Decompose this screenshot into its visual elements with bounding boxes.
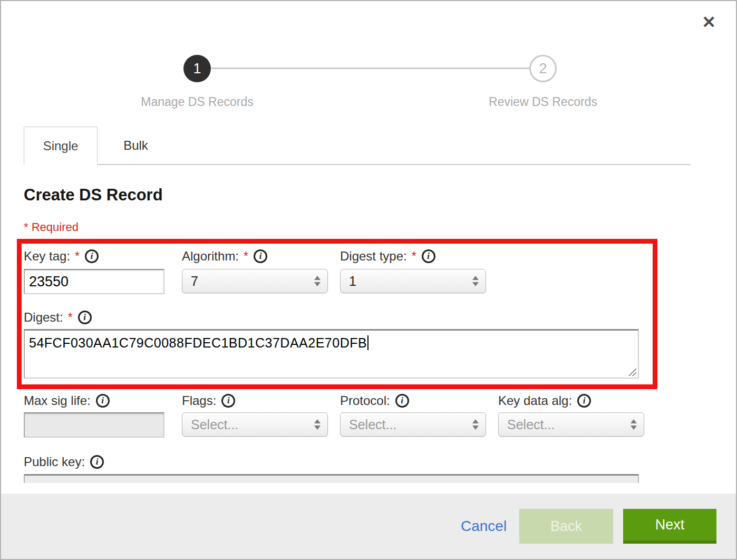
- page-title: Create DS Record: [24, 186, 163, 205]
- digest-label: Digest: * i: [24, 310, 92, 325]
- key-data-alg-label-text: Key data alg:: [498, 393, 572, 408]
- max-sig-life-input[interactable]: [24, 412, 164, 438]
- select-arrows-icon: [472, 419, 479, 430]
- key-tag-label: Key tag: * i: [24, 249, 99, 264]
- info-icon[interactable]: i: [395, 394, 409, 408]
- digest-textarea[interactable]: 54FCF030AA1C79C0088FDEC1BD1C37DAA2E70DFB: [24, 329, 639, 379]
- protocol-select-value: Select...: [349, 417, 396, 432]
- info-icon[interactable]: i: [85, 249, 99, 263]
- flags-label-text: Flags:: [182, 393, 216, 408]
- info-icon[interactable]: i: [90, 455, 104, 469]
- next-button[interactable]: Next: [623, 509, 716, 544]
- info-icon[interactable]: i: [221, 394, 235, 408]
- required-asterisk: *: [68, 311, 73, 325]
- algorithm-select[interactable]: 7: [182, 269, 328, 293]
- cancel-button[interactable]: Cancel: [461, 518, 507, 535]
- digest-value: 54FCF030AA1C79C0088FDEC1BD1C37DAA2E70DFB: [29, 335, 367, 350]
- protocol-select[interactable]: Select...: [340, 412, 486, 437]
- tab-bulk[interactable]: Bulk: [98, 127, 174, 165]
- select-arrows-icon: [472, 276, 479, 286]
- back-button[interactable]: Back: [519, 509, 613, 544]
- info-icon[interactable]: i: [577, 394, 591, 408]
- digest-type-select[interactable]: 1: [340, 269, 486, 293]
- max-sig-life-label: Max sig life: i: [24, 393, 110, 408]
- stepper-step-2: 2: [529, 55, 557, 82]
- public-key-label-text: Public key:: [24, 455, 85, 469]
- key-tag-input[interactable]: 23550: [24, 269, 164, 294]
- protocol-label-text: Protocol:: [340, 393, 390, 408]
- key-data-alg-select-value: Select...: [507, 417, 555, 432]
- algorithm-select-value: 7: [191, 274, 198, 289]
- stepper-step-2-label: Review DS Records: [459, 95, 627, 109]
- text-caret: [367, 335, 368, 350]
- info-icon[interactable]: i: [422, 249, 435, 263]
- public-key-textarea[interactable]: [24, 474, 639, 483]
- select-arrows-icon: [631, 419, 637, 430]
- create-ds-record-dialog: ✕ 1 2 Manage DS Records Review DS Record…: [0, 0, 737, 560]
- tab-single[interactable]: Single: [24, 127, 98, 165]
- info-icon[interactable]: i: [78, 311, 92, 324]
- flags-label: Flags: i: [182, 393, 235, 408]
- key-data-alg-label: Key data alg: i: [498, 393, 591, 408]
- digest-type-select-value: 1: [349, 274, 356, 289]
- select-arrows-icon: [314, 276, 321, 286]
- dialog-footer: Cancel Back Next: [1, 494, 736, 559]
- digest-label-text: Digest:: [24, 310, 63, 325]
- close-icon[interactable]: ✕: [702, 14, 716, 31]
- flags-select[interactable]: Select...: [182, 412, 328, 437]
- key-tag-label-text: Key tag:: [24, 249, 70, 264]
- algorithm-label-text: Algorithm:: [182, 249, 239, 264]
- digest-type-label-text: Digest type:: [340, 249, 407, 264]
- stepper-step-1: 1: [183, 55, 211, 82]
- info-icon[interactable]: i: [96, 394, 110, 408]
- digest-type-label: Digest type: * i: [340, 249, 435, 264]
- algorithm-label: Algorithm: * i: [182, 249, 267, 264]
- resize-handle[interactable]: [627, 367, 636, 376]
- required-note: * Required: [24, 220, 79, 234]
- info-icon[interactable]: i: [254, 249, 267, 263]
- tab-divider: [98, 164, 691, 165]
- select-arrows-icon: [314, 419, 321, 430]
- required-asterisk: *: [244, 249, 248, 264]
- required-asterisk: *: [412, 249, 416, 264]
- required-asterisk: *: [75, 249, 80, 264]
- public-key-label: Public key: i: [24, 455, 104, 469]
- protocol-label: Protocol: i: [340, 393, 409, 408]
- flags-select-value: Select...: [191, 417, 238, 432]
- max-sig-life-label-text: Max sig life:: [24, 393, 91, 408]
- stepper-step-1-label: Manage DS Records: [113, 95, 282, 109]
- stepper-connector-line: [211, 67, 530, 69]
- key-data-alg-select[interactable]: Select...: [498, 412, 644, 437]
